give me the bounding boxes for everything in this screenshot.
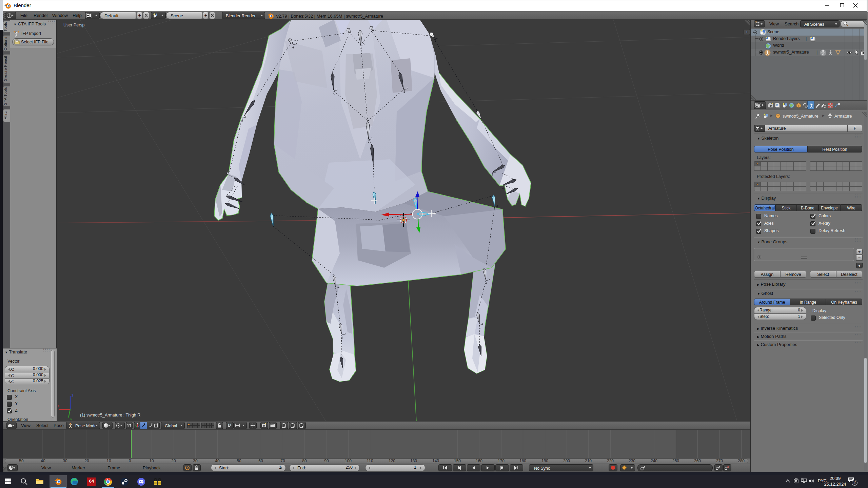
svg-text:y: y: [70, 417, 72, 421]
svg-text:z: z: [72, 393, 74, 397]
svg-text:x: x: [58, 404, 60, 408]
